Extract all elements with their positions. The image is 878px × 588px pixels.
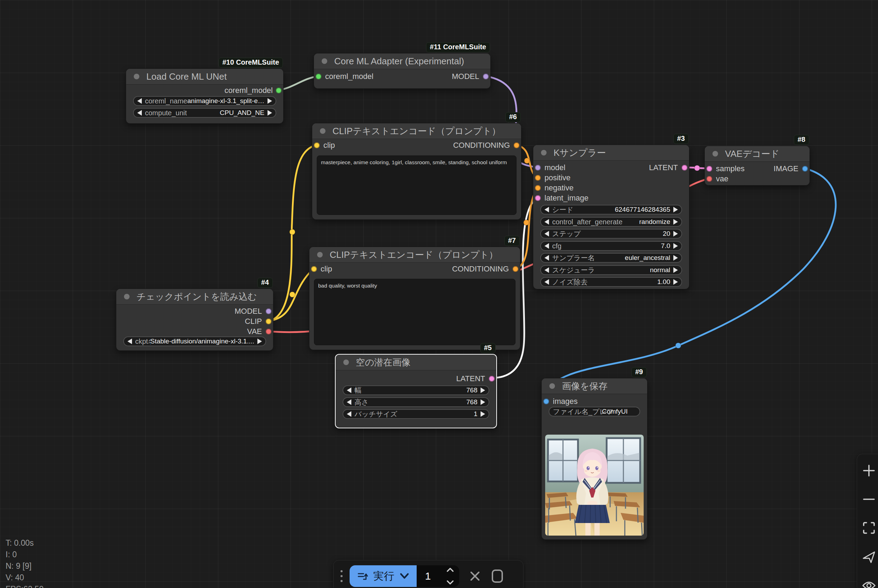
node-header[interactable]: CLIPテキストエンコード（プロンプト）	[309, 247, 520, 263]
widget-compute-unit[interactable]: compute_unit CPU_AND_NE	[133, 108, 276, 118]
output-port-vae[interactable]	[266, 329, 272, 335]
collapse-dot-icon[interactable]	[712, 151, 718, 156]
node-clip-text-encode-negative[interactable]: CLIPテキストエンコード（プロンプト） clip CONDITIONING b…	[309, 247, 520, 350]
node-coreml-adapter[interactable]: Core ML Adapter (Experimental) coreml_mo…	[314, 53, 491, 89]
widget-batch-size[interactable]: バッチサイズ 1	[343, 409, 489, 419]
increment-arrow-icon[interactable]	[673, 231, 678, 237]
increment-arrow-icon[interactable]	[673, 279, 678, 285]
increment-arrow-icon[interactable]	[258, 339, 262, 344]
input-port-coreml-model[interactable]	[316, 74, 322, 80]
widget-cfg[interactable]: cfg 7.0	[540, 241, 682, 251]
widget-width[interactable]: 幅 768	[343, 386, 489, 395]
widget-coreml-name[interactable]: coreml_name animagine-xl-3.1_split-e…	[133, 96, 276, 106]
zoom-in-button[interactable]	[862, 464, 876, 477]
pan-mode-button[interactable]	[862, 550, 876, 564]
decrement-arrow-icon[interactable]	[544, 231, 549, 237]
output-port-clip[interactable]	[266, 319, 272, 325]
drag-handle-icon[interactable]	[340, 570, 343, 582]
increment-arrow-icon[interactable]	[268, 110, 272, 116]
output-port-model[interactable]	[266, 309, 272, 315]
decrement-arrow-icon[interactable]	[347, 399, 351, 405]
node-header[interactable]: CLIPテキストエンコード（プロンプト）	[312, 123, 521, 139]
node-header[interactable]: Kサンプラー	[533, 145, 689, 161]
output-port-image[interactable]	[802, 166, 808, 172]
widget-ckpt-name[interactable]: ckpt名 Stable-diffusion/animagine-xl-3.1.…	[123, 336, 266, 346]
collapse-dot-icon[interactable]	[541, 150, 547, 156]
collapse-dot-icon[interactable]	[317, 252, 323, 258]
stepper-up-icon[interactable]	[446, 567, 454, 572]
node-save-image[interactable]: 画像を保存 images ファイル名_プレフ ComfyUI	[541, 378, 647, 540]
output-port-conditioning[interactable]	[513, 266, 518, 272]
node-header[interactable]: 空の潜在画像	[336, 355, 496, 370]
widget-control-after-generate[interactable]: control_after_generate randomize	[540, 217, 682, 227]
input-port-positive[interactable]	[535, 175, 541, 181]
increment-arrow-icon[interactable]	[673, 255, 678, 261]
collapse-dot-icon[interactable]	[134, 74, 139, 79]
run-button[interactable]: 実行	[350, 565, 417, 587]
widget-denoise[interactable]: ノイズ除去 1.00	[540, 277, 682, 287]
decrement-arrow-icon[interactable]	[544, 207, 549, 212]
increment-arrow-icon[interactable]	[481, 399, 485, 405]
widget-seed[interactable]: シード 624677146284365	[540, 205, 682, 214]
decrement-arrow-icon[interactable]	[347, 411, 351, 417]
input-port-samples[interactable]	[707, 166, 712, 172]
increment-arrow-icon[interactable]	[673, 219, 678, 225]
output-port-coreml-model[interactable]	[276, 88, 282, 94]
node-vae-decode[interactable]: VAEデコード samples vae IMAGE	[704, 146, 810, 186]
increment-arrow-icon[interactable]	[481, 387, 485, 393]
stepper-down-icon[interactable]	[446, 580, 454, 585]
widget-sampler-name[interactable]: サンプラー名 euler_ancestral	[540, 253, 682, 263]
fit-view-button[interactable]	[862, 521, 876, 534]
widget-steps[interactable]: ステップ 20	[540, 229, 682, 238]
zoom-out-button[interactable]	[862, 493, 876, 506]
collapse-dot-icon[interactable]	[320, 128, 325, 134]
input-port-model[interactable]	[535, 165, 541, 171]
decrement-arrow-icon[interactable]	[544, 267, 549, 273]
node-load-checkpoint[interactable]: チェックポイントを読み込む MODEL CLIP VAE ckpt名 Stabl…	[116, 289, 273, 351]
input-port-latent-image[interactable]	[535, 195, 541, 201]
decrement-arrow-icon[interactable]	[544, 279, 549, 285]
output-port-latent[interactable]	[682, 165, 688, 171]
decrement-arrow-icon[interactable]	[544, 255, 549, 261]
increment-arrow-icon[interactable]	[673, 207, 678, 212]
collapse-dot-icon[interactable]	[343, 360, 349, 365]
node-header[interactable]: Load Core ML UNet	[126, 69, 283, 84]
node-header[interactable]: VAEデコード	[705, 146, 809, 162]
output-port-latent[interactable]	[489, 376, 495, 382]
cancel-button[interactable]	[468, 570, 482, 583]
stop-button[interactable]	[491, 569, 504, 584]
node-clip-text-encode-positive[interactable]: CLIPテキストエンコード（プロンプト） clip CONDITIONING m…	[312, 123, 521, 220]
decrement-arrow-icon[interactable]	[544, 219, 549, 225]
decrement-arrow-icon[interactable]	[347, 387, 351, 393]
decrement-arrow-icon[interactable]	[544, 243, 549, 249]
widget-scheduler[interactable]: スケジューラ normal	[540, 265, 682, 275]
decrement-arrow-icon[interactable]	[137, 98, 142, 104]
collapse-dot-icon[interactable]	[322, 58, 327, 64]
widget-height[interactable]: 高さ 768	[343, 397, 489, 407]
input-port-vae[interactable]	[707, 176, 712, 182]
input-port-images[interactable]	[544, 399, 549, 405]
input-port-clip[interactable]	[314, 142, 320, 148]
node-header[interactable]: チェックポイントを読み込む	[116, 289, 273, 304]
increment-arrow-icon[interactable]	[481, 411, 485, 417]
increment-arrow-icon[interactable]	[268, 98, 272, 104]
node-ksampler[interactable]: Kサンプラー model positive negative latent_im…	[533, 145, 689, 289]
widget-filename-prefix[interactable]: ファイル名_プレフ ComfyUI	[549, 406, 640, 417]
output-port-conditioning[interactable]	[514, 142, 520, 148]
output-port-model[interactable]	[483, 74, 489, 80]
node-load-coreml-unet[interactable]: Load Core ML UNet coreml_model coreml_na…	[126, 69, 283, 124]
node-header[interactable]: Core ML Adapter (Experimental)	[314, 54, 490, 69]
chevron-down-icon[interactable]	[399, 573, 410, 580]
decrement-arrow-icon[interactable]	[127, 339, 132, 344]
toggle-visibility-button[interactable]	[862, 579, 876, 588]
input-port-negative[interactable]	[535, 185, 541, 191]
prompt-textarea[interactable]: bad quality, worst quality	[314, 279, 515, 345]
node-header[interactable]: 画像を保存	[542, 378, 647, 394]
input-port-clip[interactable]	[311, 266, 317, 272]
decrement-arrow-icon[interactable]	[137, 110, 142, 116]
prompt-textarea[interactable]: masterpiece, anime coloring, 1girl, clas…	[317, 156, 517, 215]
increment-arrow-icon[interactable]	[673, 243, 678, 249]
collapse-dot-icon[interactable]	[549, 383, 555, 389]
increment-arrow-icon[interactable]	[673, 267, 678, 273]
batch-count-input[interactable]: 1	[417, 565, 459, 587]
